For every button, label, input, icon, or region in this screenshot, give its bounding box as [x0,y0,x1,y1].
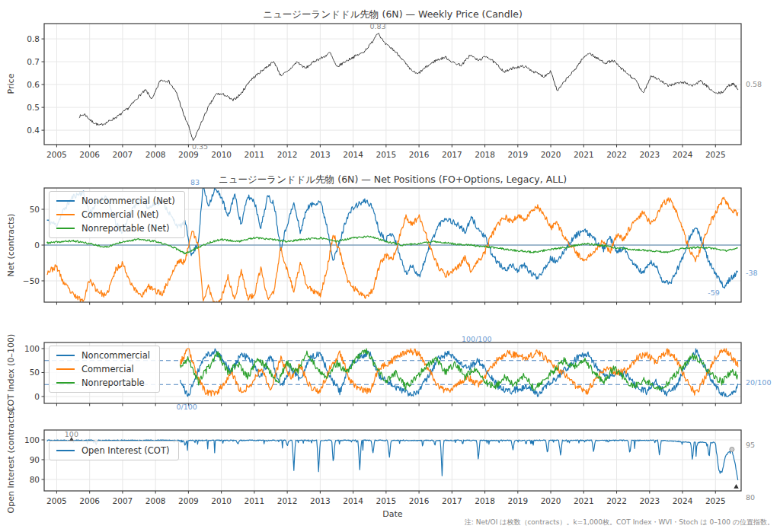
x-tick-label: 2012 [277,496,298,505]
x-tick-label: 2022 [606,496,627,505]
chart-annotation: 0.58 [746,79,762,88]
x-tick-label: 2017 [442,496,462,505]
y-tick-label: 0.5 [9,103,40,112]
y-tick-label: 80 [9,475,40,484]
y-tick-label: 0.7 [9,57,40,66]
y-tick-label: 0 [9,241,40,250]
legend-line-swatch [56,382,75,384]
y-tick-label: 0 [9,392,40,401]
x-tick-label: 2021 [574,496,594,505]
chart-annotation: 95 [746,441,755,449]
x-tick-label: 2008 [145,150,166,159]
footnote: 注: Net/OI は枚数（contracts）。k=1,000枚。COT In… [465,518,774,527]
open-interest-legend: Open Interest (COT) [49,441,179,460]
legend-label: Nonreportable (Net) [82,223,169,234]
x-tick-label: 2009 [178,150,199,159]
x-tick-label: 2007 [113,496,133,505]
y-tick-label: 90 [9,455,40,464]
legend-line-swatch [56,200,75,202]
legend-line-swatch [56,368,75,370]
x-tick-label: 2015 [376,150,396,159]
x-tick-label: 2024 [673,150,693,159]
legend-line-swatch [56,214,75,215]
x-tick-label: 2007 [113,150,133,159]
x-tick-label: 2023 [639,150,660,159]
legend-line-swatch [56,450,75,451]
chart-annotation: 100/100 [462,334,491,342]
x-tick-label: 2006 [79,496,100,505]
legend-label: Noncommercial [82,350,150,361]
chart-annotation: 0/100 [177,403,197,411]
x-tick-label: 2012 [277,150,298,159]
chart-annotation: 0.35 [192,142,208,150]
y-tick-label: 0.4 [9,126,40,135]
net-legend: Noncommercial (Net)Commercial (Net)Nonre… [49,191,185,238]
legend-item-noncommercial-net: Noncommercial (Net) [56,196,175,206]
x-tick-label: 2020 [541,150,561,159]
x-tick-label: 2018 [475,150,495,159]
x-tick-label: 2016 [409,150,430,159]
x-tick-label: 2014 [343,150,363,159]
legend-label: Commercial (Net) [82,209,159,220]
x-tick-label: 2021 [574,150,594,159]
chart-annotation: -38 [746,268,758,276]
x-tick-label: 2024 [673,496,693,505]
marker-triangle [734,484,738,489]
x-tick-label: 2013 [310,150,331,159]
x-tick-label: 2017 [442,150,462,159]
legend-label: Open Interest (COT) [82,445,169,456]
x-tick-label: 2022 [606,150,627,159]
x-tick-label: 2014 [343,496,363,505]
y-tick-label: 50 [9,205,40,214]
legend-item-commercial: Commercial [56,364,150,374]
chart-annotation: 20/100 [746,378,771,387]
chart-annotation: -59 [708,288,720,297]
legend-item-noncommercial: Noncommercial [56,350,150,361]
x-tick-label: 2019 [507,496,528,505]
x-tick-label: 2018 [475,496,495,505]
x-tick-label: 2011 [245,150,265,159]
chart-annotation: 100 [65,430,78,438]
price-panel [42,24,742,148]
x-tick-label: 2019 [507,150,528,159]
x-tick-label: 2025 [705,150,726,159]
x-tick-label: 2005 [46,150,67,159]
legend-label: Noncommercial (Net) [82,196,175,206]
legend-item-nonreportable-net: Nonreportable (Net) [56,223,175,234]
x-tick-label: 2023 [639,496,660,505]
y-tick-label: −50 [9,276,40,285]
chart-annotation: 83 [190,178,200,186]
series-price [79,33,738,141]
legend-label: Commercial [82,364,134,374]
x-tick-label: 2020 [541,496,561,505]
legend-item-commercial-net: Commercial (Net) [56,209,175,220]
legend-item-nonreportable: Nonreportable [56,377,150,388]
x-tick-label: 2010 [211,496,232,505]
legend-item-open-interest-cot: Open Interest (COT) [56,445,169,456]
x-tick-label: 2009 [178,496,199,505]
legend-label: Nonreportable [82,377,145,388]
x-tick-label: 2005 [46,496,67,505]
y-tick-label: 0.6 [9,80,40,89]
y-tick-label: 50 [9,368,40,377]
x-tick-label: 2010 [211,150,232,159]
oi-panel [42,430,742,494]
x-tick-label: 2006 [79,150,100,159]
x-tick-label: 2013 [310,496,331,505]
legend-line-swatch [56,355,75,356]
y-tick-label: 100 [9,344,40,353]
marker-circle [730,447,734,451]
y-tick-label: 100 [9,435,40,444]
cot-index-legend: NoncommercialCommercialNonreportable [49,346,160,393]
chart-annotation: 80 [746,493,755,502]
cot-dashboard-figure: ニュージーランドドル先物 (6N) — Weekly Price (Candle… [0,0,780,532]
legend-line-swatch [56,228,75,229]
x-tick-label: 2011 [245,496,265,505]
y-tick-label: 0.8 [9,34,40,43]
x-tick-label: 2016 [409,496,430,505]
x-tick-label: 2008 [145,496,166,505]
x-tick-label: 2015 [376,496,396,505]
x-tick-label: 2025 [705,496,726,505]
chart-annotation: 0.83 [369,22,385,30]
